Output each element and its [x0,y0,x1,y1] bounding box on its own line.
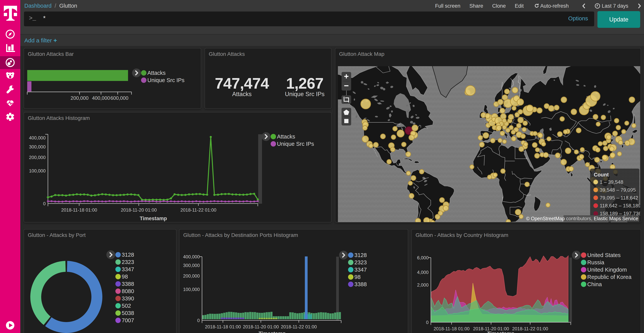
svg-text:Timestamp: Timestamp [487,331,514,333]
svg-text:3388: 3388 [354,281,367,287]
svg-text:2018-11-22 01:00: 2018-11-22 01:00 [180,207,216,213]
svg-text:3388: 3388 [122,281,134,287]
svg-text:300,000: 300,000 [183,263,200,268]
svg-text:3390: 3390 [122,295,134,301]
svg-text:United Kingdom: United Kingdom [587,267,627,273]
svg-text:2018-11-22 01:00: 2018-11-22 01:00 [512,326,548,331]
svg-text:8080: 8080 [122,288,134,294]
svg-text:2018-11-18 01:00: 2018-11-18 01:00 [61,207,97,213]
svg-text:3347: 3347 [354,267,367,273]
svg-text:3128: 3128 [122,252,134,258]
svg-text:Timestamp: Timestamp [140,216,167,221]
svg-text:2,000: 2,000 [417,282,428,287]
svg-text:United States: United States [587,252,620,258]
svg-text:3128: 3128 [354,252,367,258]
svg-text:Attacks: Attacks [277,134,295,140]
svg-text:2323: 2323 [122,259,134,265]
svg-text:2018-11-20 01:00: 2018-11-20 01:00 [243,324,279,329]
svg-text:98: 98 [122,273,128,280]
svg-text:Timestamp: Timestamp [258,331,286,333]
svg-text:200,000: 200,000 [29,155,46,160]
svg-text:0: 0 [43,201,46,206]
svg-text:Attacks: Attacks [148,70,166,76]
svg-text:6,000: 6,000 [417,255,428,260]
svg-text:98: 98 [354,274,360,280]
svg-text:3347: 3347 [122,266,134,272]
svg-text:2018-11-18 01:00: 2018-11-18 01:00 [205,324,241,329]
svg-text:2018-11-20 01:00: 2018-11-20 01:00 [473,326,509,331]
svg-text:© OpenStreetMap contributors,: © OpenStreetMap contributors, Elastic Ma… [526,216,638,221]
svg-text:400,000: 400,000 [183,254,200,259]
svg-text:Russia: Russia [587,259,604,265]
svg-text:China: China [587,281,602,287]
svg-text:600,000: 600,000 [110,95,128,101]
svg-text:2018-11-18 01:00: 2018-11-18 01:00 [434,326,470,331]
svg-text:0: 0 [426,320,428,325]
svg-text:118,642 – 158,189: 118,642 – 158,189 [600,203,640,208]
svg-text:300,000: 300,000 [29,144,46,149]
svg-text:5038: 5038 [122,310,134,316]
svg-text:100,000: 100,000 [183,287,200,292]
svg-text:100,000: 100,000 [29,168,46,173]
svg-text:Count: Count [594,172,609,178]
svg-text:0: 0 [197,318,200,323]
svg-text:400,000: 400,000 [29,135,46,140]
svg-text:1 – 39,548: 1 – 39,548 [600,179,623,185]
svg-text:79,095 – 118,642: 79,095 – 118,642 [600,195,638,201]
svg-text:Unique Src IPs: Unique Src IPs [148,77,184,83]
svg-text:7007: 7007 [122,317,134,323]
svg-text:200,000: 200,000 [183,273,200,278]
svg-text:Unique Src IPs: Unique Src IPs [277,141,314,147]
svg-text:400,000: 400,000 [92,95,110,101]
svg-text:502: 502 [122,303,131,309]
svg-text:Republic of Korea: Republic of Korea [587,274,632,280]
svg-text:4,000: 4,000 [417,270,428,275]
svg-text:2323: 2323 [354,259,367,265]
svg-text:39,548 – 79,095: 39,548 – 79,095 [600,187,636,193]
svg-text:2018-11-20 01:00: 2018-11-20 01:00 [121,207,157,213]
svg-text:2018-11-22 01:00: 2018-11-22 01:00 [281,324,317,329]
svg-text:200,000: 200,000 [70,95,88,101]
